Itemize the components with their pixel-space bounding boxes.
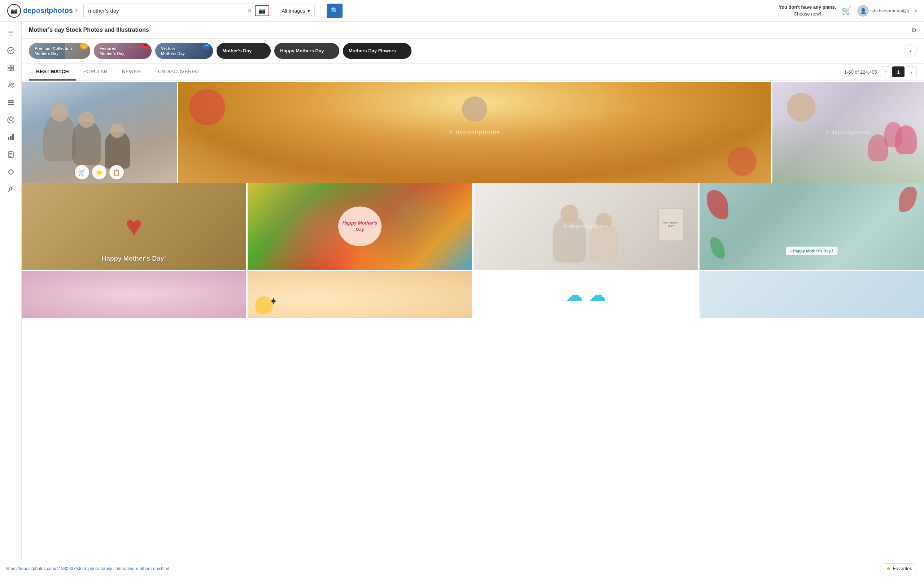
image-item-mom-kids[interactable]: © depositphotos: [178, 82, 771, 183]
star-icon: ★: [886, 566, 891, 572]
head-a: [561, 205, 579, 223]
person-a: [553, 216, 586, 263]
sidebar-item-profile[interactable]: [3, 113, 18, 127]
image-item-family[interactable]: Family celebrating mothers day 🔍 🛒 ⭐ 📋: [22, 82, 177, 183]
page-header: Mother's day Stock Photos and Illustrati…: [22, 22, 924, 39]
current-page[interactable]: 1: [892, 66, 905, 77]
copy-button[interactable]: 📋: [109, 165, 124, 179]
category-chip-flowers[interactable]: Mothers Day Flowers: [343, 43, 411, 59]
status-bar-url: https://depositphotos.com/41330607/stock…: [6, 566, 874, 571]
banner-text: • Happy Mother's Day !: [791, 249, 833, 253]
avatar: 👤: [857, 5, 869, 17]
image-item-row3-1[interactable]: [22, 271, 246, 318]
content-area: Mother's day Stock Photos and Illustrati…: [22, 22, 924, 577]
svg-rect-7: [8, 100, 14, 102]
image-row-3: ✦ ☁ ☁: [22, 271, 924, 318]
page-nav: ‹ 1 ›: [880, 66, 917, 77]
tab-newest[interactable]: NEWEST: [115, 64, 151, 81]
sidebar-item-tags[interactable]: [3, 164, 18, 179]
sidebar-item-trending[interactable]: [3, 44, 18, 58]
tab-best-match[interactable]: BEST MATCH: [29, 64, 76, 81]
pagination-info: 1-60 of 224,405 ‹ 1 ›: [844, 66, 917, 77]
plans-text[interactable]: You don't have any plans. Choose now!: [779, 4, 836, 17]
cart-button[interactable]: 🛒: [842, 6, 852, 16]
tab-undiscovered[interactable]: UNDISCOVERED: [151, 64, 206, 81]
sidebar-item-doc[interactable]: [3, 147, 18, 162]
logo-icon: 📷: [7, 4, 21, 18]
card-text-small: MOTHER'SDAY: [664, 221, 678, 229]
action-buttons: 🛒 ⭐ 📋: [75, 165, 124, 179]
sidebar-item-stats[interactable]: [3, 130, 18, 144]
image-item-floral-card[interactable]: Happy Mother's Day: [247, 183, 472, 270]
sidebar-item-menu[interactable]: ☰: [3, 26, 18, 40]
clear-search-button[interactable]: ✕: [244, 7, 255, 14]
svg-rect-4: [11, 68, 14, 71]
greeting-card: MOTHER'SDAY: [658, 208, 684, 241]
favorites-button[interactable]: ★ Favorites: [880, 563, 918, 574]
search-bar: ✕ 📷: [84, 3, 271, 18]
sidebar-item-people[interactable]: [3, 78, 18, 92]
image-item-hearts-paper[interactable]: ♥ Happy Mother's Day!: [22, 183, 246, 270]
people-group: [553, 216, 618, 263]
photo-gradient: [178, 111, 771, 183]
add-to-favorites-button[interactable]: ⭐: [92, 165, 106, 179]
next-category-button[interactable]: ›: [904, 44, 917, 57]
svg-rect-1: [8, 65, 10, 68]
image-item-floral-illustration[interactable]: • Happy Mother's Day !: [699, 183, 924, 270]
category-chip-vectors[interactable]: ✏ VectorsMothers Day: [155, 43, 213, 59]
chevron-down-icon: ▾: [914, 8, 917, 13]
settings-button[interactable]: ⚙: [911, 26, 917, 34]
svg-rect-2: [11, 65, 14, 68]
image-row-2: ♥ Happy Mother's Day! Happy Mother's Day: [22, 183, 924, 270]
user-email: sibirtsevamaria@g...: [870, 8, 913, 13]
prev-page-button[interactable]: ‹: [880, 66, 891, 77]
results-count: 1-60 of 224,405: [844, 69, 877, 75]
camera-icon: 📷: [259, 7, 266, 14]
logo[interactable]: 📷 depositphotos ®: [7, 4, 77, 18]
logo-text: depositphotos: [23, 6, 73, 15]
sidebar-item-tools[interactable]: [3, 182, 18, 197]
person-shape2: [72, 122, 101, 165]
svg-point-5: [9, 83, 11, 85]
bottom-bar: https://depositphotos.com/41330607/stock…: [0, 560, 924, 577]
favorites-label: Favorites: [893, 566, 912, 571]
person-shape: [43, 114, 76, 161]
image-item-row3-4[interactable]: [699, 271, 924, 318]
tab-popular[interactable]: POPULAR: [76, 64, 115, 81]
sidebar-item-list[interactable]: [3, 95, 18, 110]
svg-rect-8: [8, 102, 14, 103]
chip-label-premium: Premium CollectionMothers Day: [29, 46, 77, 56]
person-b: [590, 223, 618, 263]
flower1: [189, 89, 225, 125]
tabs: BEST MATCH POPULAR NEWEST UNDISCOVERED: [29, 64, 206, 80]
category-chip-happy[interactable]: Happy Mothers Day: [274, 43, 339, 59]
banner: • Happy Mother's Day !: [786, 247, 838, 255]
category-chip-featured[interactable]: ❤ FeaturedMother's Day: [94, 43, 152, 59]
photo-bg5: Happy Mother's Day: [247, 183, 472, 270]
category-chip-premium[interactable]: 👑 Premium CollectionMothers Day: [29, 43, 90, 59]
image-item-row3-2[interactable]: ✦: [247, 271, 472, 318]
chip-label-happy: Happy Mothers Day: [274, 48, 329, 54]
filter-dropdown[interactable]: All Images ▾: [277, 3, 314, 18]
thumb-bg1: [22, 271, 246, 318]
image-row-1: Family celebrating mothers day 🔍 🛒 ⭐ 📋 ©…: [22, 82, 924, 183]
flower2: [728, 147, 757, 176]
image-item-girl-flowers[interactable]: © depositphotos: [772, 82, 924, 183]
category-chip-mothersday[interactable]: Mother's Day: [217, 43, 271, 59]
sidebar-item-collections[interactable]: [3, 61, 18, 75]
svg-rect-12: [8, 137, 10, 140]
sun-rays: ✦: [269, 295, 278, 307]
photo-bg7: [699, 183, 924, 270]
chip-label-vectors: VectorsMothers Day: [155, 46, 191, 56]
image-item-mom-daughter[interactable]: MOTHER'SDAY © depositphotos: [474, 183, 698, 270]
search-button[interactable]: 🔍: [327, 3, 342, 18]
sidebar: ☰: [0, 22, 22, 577]
add-to-cart-button[interactable]: 🛒: [75, 165, 89, 179]
main-layout: ☰ Mother's day Stock: [0, 22, 924, 577]
camera-search-button[interactable]: 📷: [255, 5, 269, 16]
user-avatar[interactable]: 👤 sibirtsevamaria@g... ▾: [857, 5, 917, 17]
search-input[interactable]: [84, 8, 244, 14]
next-page-button[interactable]: ›: [906, 66, 917, 77]
center-heart-bg: Happy Mother's Day: [338, 206, 381, 246]
thumb-bg4: [699, 271, 924, 318]
